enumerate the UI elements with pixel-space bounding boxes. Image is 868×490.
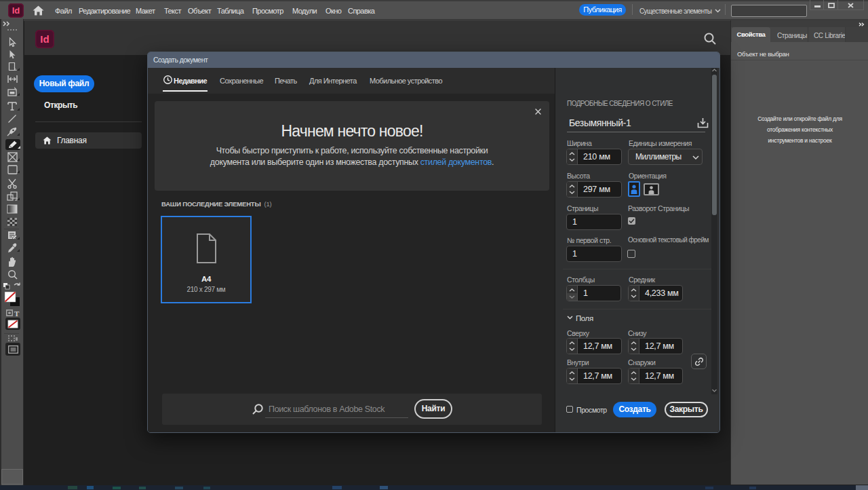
svg-text:T: T: [14, 309, 20, 318]
